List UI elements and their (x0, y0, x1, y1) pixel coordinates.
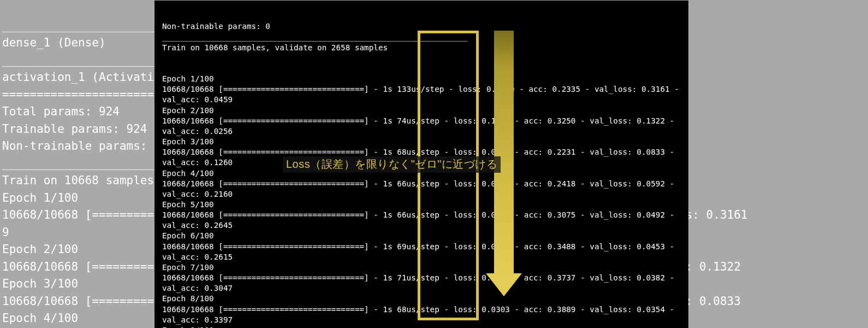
epoch-label-line: Epoch 3/100 (162, 137, 681, 147)
epoch-progress-line: 10668/10668 [===========================… (162, 242, 681, 262)
epoch-progress-line: 10668/10668 [===========================… (162, 179, 681, 200)
epoch-progress-line: 10668/10668 [===========================… (162, 210, 681, 231)
annotation-label: Loss（誤差）を限りなく"ゼロ"に近づける (283, 156, 501, 173)
epoch-label-line: Epoch 1/100 (162, 74, 681, 84)
epoch-progress-line: 10668/10668 [===========================… (162, 84, 681, 105)
terminal-intro-line: ________________________________________… (162, 32, 681, 42)
terminal-intro-block: Non-trainable params: 0_________________… (162, 21, 681, 52)
epoch-progress-line: 10668/10668 [===========================… (162, 273, 681, 294)
epoch-label-line: Epoch 6/100 (162, 231, 681, 241)
epoch-label-line: Epoch 7/100 (162, 262, 681, 273)
epoch-label-line: Epoch 5/100 (162, 200, 681, 210)
epoch-label-line: Epoch 9/100 (162, 325, 681, 328)
epoch-label-line: Epoch 2/100 (162, 106, 681, 116)
epoch-label-line: Epoch 8/100 (162, 294, 681, 304)
epoch-progress-line: 10668/10668 [===========================… (162, 304, 681, 325)
terminal-intro-line: Train on 10668 samples, validate on 2658… (162, 43, 681, 53)
epoch-progress-line: 10668/10668 [===========================… (162, 116, 681, 137)
terminal-intro-line: Non-trainable params: 0 (162, 21, 681, 32)
terminal-epoch-block: Epoch 1/10010668/10668 [================… (162, 74, 681, 328)
